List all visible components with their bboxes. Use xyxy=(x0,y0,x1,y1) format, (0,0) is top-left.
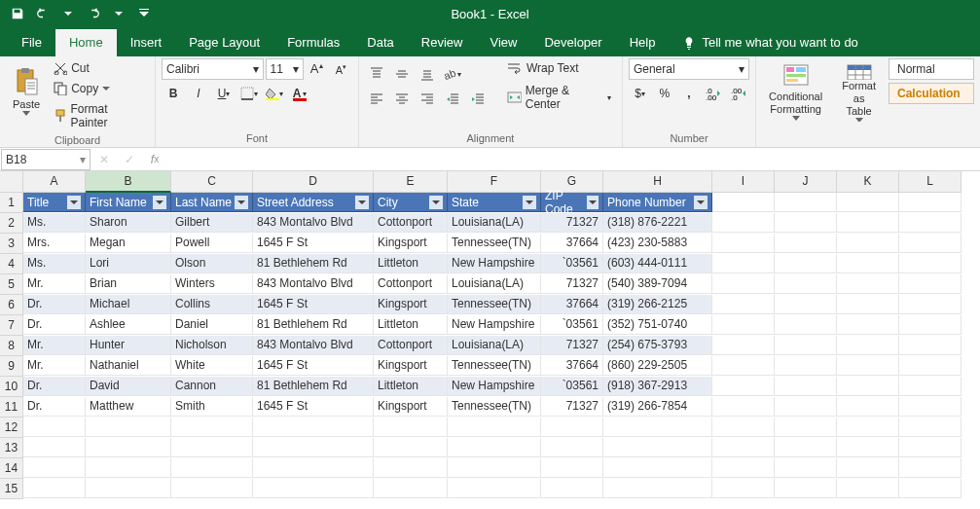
cell-empty[interactable] xyxy=(775,315,837,335)
table-cell[interactable]: 37664 xyxy=(541,295,603,314)
cell-empty[interactable] xyxy=(253,418,374,437)
table-header-city[interactable]: City xyxy=(374,193,448,212)
enter-formula-button[interactable]: ✓ xyxy=(117,149,142,170)
qat-customize[interactable] xyxy=(132,3,156,24)
col-header-A[interactable]: A xyxy=(23,171,86,193)
cell-empty[interactable] xyxy=(837,438,899,457)
cell-empty[interactable] xyxy=(23,479,86,498)
align-right-button[interactable] xyxy=(416,88,439,109)
table-cell[interactable]: 37664 xyxy=(541,234,603,253)
cell-empty[interactable] xyxy=(899,377,962,396)
cell-empty[interactable] xyxy=(775,274,837,294)
table-cell[interactable]: 1645 F St xyxy=(253,397,374,417)
cell-empty[interactable] xyxy=(899,418,962,437)
table-cell[interactable]: 71327 xyxy=(541,336,603,355)
cell-empty[interactable] xyxy=(712,479,775,498)
table-cell[interactable]: David xyxy=(86,377,171,396)
cell-empty[interactable] xyxy=(837,274,899,294)
tab-home[interactable]: Home xyxy=(55,29,117,56)
cell-empty[interactable] xyxy=(775,213,837,233)
table-cell[interactable]: Mr. xyxy=(23,274,86,294)
cell-empty[interactable] xyxy=(837,234,899,253)
cancel-formula-button[interactable]: ✕ xyxy=(91,149,117,170)
table-cell[interactable]: (860) 229-2505 xyxy=(603,356,712,376)
cell-empty[interactable] xyxy=(374,458,448,478)
table-cell[interactable]: Ms. xyxy=(23,254,86,273)
number-format-combo[interactable]: General▾ xyxy=(629,58,749,80)
row-header-11[interactable]: 11 xyxy=(0,397,23,418)
cell-empty[interactable] xyxy=(899,315,962,335)
cell-empty[interactable] xyxy=(775,356,837,376)
table-cell[interactable]: 1645 F St xyxy=(253,356,374,376)
table-cell[interactable]: `03561 xyxy=(541,315,603,335)
table-cell[interactable]: Cottonport xyxy=(374,213,448,233)
table-cell[interactable]: Collins xyxy=(171,295,253,314)
table-cell[interactable]: Mr. xyxy=(23,336,86,355)
cell-empty[interactable] xyxy=(775,438,837,457)
row-header-14[interactable]: 14 xyxy=(0,458,23,479)
cell-empty[interactable] xyxy=(171,458,253,478)
cell-empty[interactable] xyxy=(448,418,541,437)
cell-empty[interactable] xyxy=(775,234,837,253)
table-cell[interactable]: Ashlee xyxy=(86,315,171,335)
col-header-B[interactable]: B xyxy=(86,171,171,193)
table-cell[interactable]: Hunter xyxy=(86,336,171,355)
table-cell[interactable]: New Hampshire xyxy=(448,315,541,335)
table-header-state[interactable]: State xyxy=(448,193,541,212)
underline-button[interactable]: U▾ xyxy=(212,83,236,104)
cell-empty[interactable] xyxy=(899,479,962,498)
table-header-last-name[interactable]: Last Name xyxy=(171,193,253,212)
cell-empty[interactable] xyxy=(86,418,171,437)
cell-empty[interactable] xyxy=(837,377,899,396)
row-header-2[interactable]: 2 xyxy=(0,213,23,234)
table-cell[interactable]: (254) 675-3793 xyxy=(603,336,712,355)
conditional-formatting-button[interactable]: Conditional Formatting xyxy=(762,58,829,125)
cell-empty[interactable] xyxy=(712,356,775,376)
col-header-D[interactable]: D xyxy=(253,171,374,193)
cell-empty[interactable] xyxy=(712,295,775,314)
cell-empty[interactable] xyxy=(775,479,837,498)
cell-empty[interactable] xyxy=(837,193,899,212)
table-header-street-address[interactable]: Street Address xyxy=(253,193,374,212)
align-center-button[interactable] xyxy=(390,88,414,109)
tab-view[interactable]: View xyxy=(476,29,530,56)
col-header-J[interactable]: J xyxy=(775,171,837,193)
cell-empty[interactable] xyxy=(712,458,775,478)
row-header-10[interactable]: 10 xyxy=(0,377,23,397)
cell-empty[interactable] xyxy=(448,479,541,498)
style-normal[interactable]: Normal xyxy=(889,58,974,80)
cell-empty[interactable] xyxy=(712,234,775,253)
align-bottom-button[interactable] xyxy=(416,63,439,85)
tab-file[interactable]: File xyxy=(8,29,55,56)
table-cell[interactable]: Dr. xyxy=(23,397,86,417)
col-header-L[interactable]: L xyxy=(899,171,962,193)
row-header-5[interactable]: 5 xyxy=(0,274,23,295)
cell-empty[interactable] xyxy=(712,315,775,335)
tell-me-search[interactable]: Tell me what you want to do xyxy=(669,29,871,56)
cell-empty[interactable] xyxy=(253,458,374,478)
cell-empty[interactable] xyxy=(837,356,899,376)
cell-empty[interactable] xyxy=(899,397,962,417)
save-button[interactable] xyxy=(6,3,29,24)
filter-dropdown-icon[interactable] xyxy=(429,196,443,209)
tab-insert[interactable]: Insert xyxy=(117,29,176,56)
cell-empty[interactable] xyxy=(603,479,712,498)
table-cell[interactable]: Littleton xyxy=(374,377,448,396)
cell-empty[interactable] xyxy=(712,254,775,273)
cell-empty[interactable] xyxy=(86,479,171,498)
table-cell[interactable]: Littleton xyxy=(374,315,448,335)
table-cell[interactable]: Nathaniel xyxy=(86,356,171,376)
cell-empty[interactable] xyxy=(712,418,775,437)
cell-empty[interactable] xyxy=(899,274,962,294)
table-cell[interactable]: 1645 F St xyxy=(253,295,374,314)
table-cell[interactable]: (319) 266-2125 xyxy=(603,295,712,314)
name-box[interactable]: B18▾ xyxy=(1,149,91,170)
undo-dropdown[interactable] xyxy=(56,3,80,24)
cell-empty[interactable] xyxy=(837,479,899,498)
format-painter-button[interactable]: Format Painter xyxy=(49,99,149,132)
table-cell[interactable]: (318) 876-2221 xyxy=(603,213,712,233)
table-cell[interactable]: (603) 444-0111 xyxy=(603,254,712,273)
table-cell[interactable]: Tennessee(TN) xyxy=(448,397,541,417)
cell-empty[interactable] xyxy=(541,479,603,498)
table-cell[interactable]: Matthew xyxy=(86,397,171,417)
